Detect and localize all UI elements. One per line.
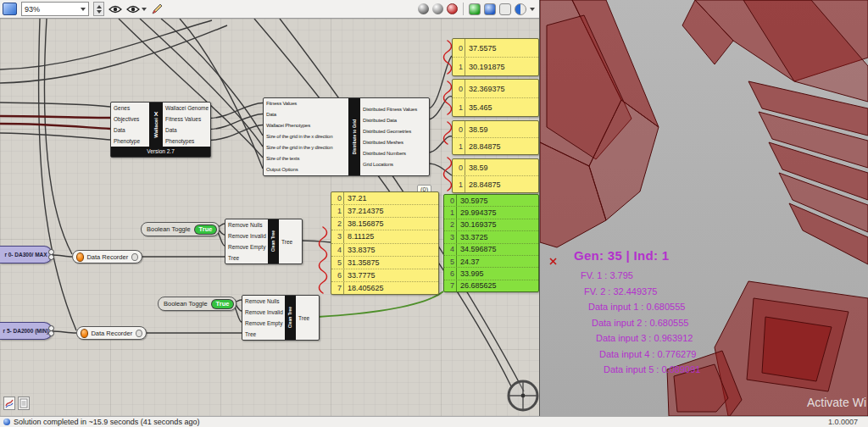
output-param: Tree bbox=[279, 236, 300, 247]
slider-capsule[interactable]: r 0- DA300/ MAX bbox=[0, 246, 53, 263]
input-param: Objectives bbox=[111, 114, 149, 125]
distribute-title-bar: Distribute to Grid bbox=[348, 98, 360, 175]
clean-tree-title: Clean Tree bbox=[288, 307, 292, 328]
distribute-title: Distribute to Grid bbox=[353, 119, 357, 154]
row-index: 2 bbox=[331, 218, 344, 230]
row-index: 5 bbox=[444, 256, 457, 267]
eye-icon bbox=[126, 5, 140, 14]
output-param: Phenotypes bbox=[163, 136, 209, 147]
row-value: 28.84875 bbox=[465, 138, 501, 154]
panel-green-data[interactable]: 030.5975129.994375230.169375333.3725434.… bbox=[443, 194, 539, 292]
panel-row: 718.405625 bbox=[331, 281, 438, 294]
output-socket[interactable] bbox=[48, 330, 54, 336]
row-value: 31.35875 bbox=[344, 257, 380, 269]
input-param: Size of the texts bbox=[264, 153, 348, 164]
panel-recorded-data[interactable]: 037.21137.214375238.15687538.11125433.83… bbox=[331, 191, 439, 295]
output-socket[interactable] bbox=[131, 253, 138, 261]
panel-fitness-2[interactable]: 032.369375135.465 bbox=[452, 79, 539, 117]
row-index: 1 bbox=[453, 98, 465, 116]
rhino-viewport[interactable]: Gen: 35 | Ind: 1 FV. 1 : 3.795FV. 2 : 32… bbox=[540, 0, 868, 416]
row-value: 24.37 bbox=[457, 256, 480, 267]
toolbar-display-group bbox=[418, 3, 540, 15]
display-blue-icon[interactable] bbox=[484, 3, 496, 15]
row-index: 6 bbox=[331, 269, 344, 281]
row-index: 5 bbox=[331, 257, 344, 269]
sketch-pencil-icon[interactable] bbox=[151, 3, 163, 16]
output-socket[interactable] bbox=[136, 330, 142, 337]
row-value: 26.685625 bbox=[457, 280, 497, 291]
wallacei-component[interactable]: GenesObjectivesDataPhenotype X Wallacei … bbox=[110, 102, 211, 158]
status-info-icon bbox=[3, 419, 10, 425]
preview-off-icon[interactable] bbox=[418, 3, 429, 14]
output-socket[interactable] bbox=[48, 254, 54, 260]
row-value: 35.465 bbox=[465, 98, 492, 116]
row-index: 1 bbox=[331, 205, 344, 217]
compass-widget[interactable] bbox=[505, 378, 540, 413]
output-param: Distributed Data bbox=[360, 115, 427, 126]
input-param: Tree bbox=[242, 329, 285, 340]
grasshopper-canvas[interactable]: GenesObjectivesDataPhenotype X Wallacei … bbox=[0, 19, 540, 416]
panel-row: 633.7775 bbox=[331, 269, 438, 281]
selection-marker-icon bbox=[550, 258, 556, 264]
panel-fitness-1[interactable]: 037.5575130.191875 bbox=[452, 38, 539, 76]
panel-row: 333.3725 bbox=[444, 230, 538, 242]
panel-row: 238.156875 bbox=[331, 217, 438, 230]
row-index: 0 bbox=[331, 192, 344, 204]
data-recorder[interactable]: Data Recorder bbox=[72, 250, 142, 263]
boolean-toggle[interactable]: Boolean Toggle True bbox=[141, 222, 220, 236]
chevron-down-icon[interactable] bbox=[530, 8, 535, 11]
boolean-toggle[interactable]: Boolean Toggle True bbox=[158, 297, 236, 311]
row-value: 37.5575 bbox=[465, 39, 497, 57]
display-flat-icon[interactable] bbox=[499, 3, 511, 15]
record-indicator-icon[interactable] bbox=[76, 252, 84, 262]
distribute-to-grid-component[interactable]: Fitness ValuesDataWallacei PhenotypesSiz… bbox=[263, 97, 430, 176]
row-value: 33.7775 bbox=[344, 269, 376, 281]
clean-tree-component[interactable]: Remove NullsRemove InvalidRemove EmptyTr… bbox=[225, 219, 303, 264]
data-recorder[interactable]: Data Recorder bbox=[76, 326, 147, 340]
row-value: 33.8375 bbox=[344, 244, 376, 256]
row-index: 0 bbox=[444, 195, 457, 206]
input-param: Size of the grid in the y direction bbox=[264, 142, 348, 153]
wallacei-version: Version 2.7 bbox=[111, 147, 210, 157]
output-param: Distributed Meshes bbox=[360, 137, 427, 148]
boolean-toggle-switch[interactable]: True bbox=[211, 299, 235, 309]
row-index: 6 bbox=[444, 268, 457, 279]
clean-tree-title-bar: Clean Tree bbox=[285, 296, 296, 340]
preview-wireframe-icon[interactable] bbox=[432, 3, 443, 14]
row-value: 38.59 bbox=[465, 159, 488, 175]
clean-tree-title: Clean Tree bbox=[271, 230, 275, 252]
row-index: 1 bbox=[453, 176, 465, 192]
output-param: Fitness Values bbox=[163, 114, 209, 125]
boolean-toggle-switch[interactable]: True bbox=[194, 225, 218, 235]
sketch-tool-icon[interactable] bbox=[3, 396, 15, 410]
input-param: Remove Empty bbox=[242, 318, 285, 329]
stat-lines: FV. 1 : 3.795FV. 2 : 32.449375Data input… bbox=[574, 268, 700, 378]
preview-eye-menu-icon[interactable] bbox=[126, 3, 147, 16]
row-value: 33.3725 bbox=[457, 231, 488, 242]
zoom-select[interactable]: 93% bbox=[21, 2, 89, 16]
panel-fitness-3[interactable]: 038.59128.84875 bbox=[452, 120, 539, 155]
slider-capsule[interactable]: r 5- DA2000 (MIN) bbox=[0, 322, 53, 340]
panel-fitness-4[interactable]: 038.59128.84875 bbox=[452, 158, 539, 193]
preview-quality-icon[interactable] bbox=[515, 3, 526, 15]
panel-row: 230.169375 bbox=[444, 219, 538, 230]
app-icon[interactable] bbox=[3, 3, 17, 15]
panel-row: 038.59 bbox=[453, 121, 538, 137]
display-green-icon[interactable] bbox=[469, 3, 481, 15]
output-param: Distributed Geometries bbox=[360, 126, 427, 137]
canvas-toolbar: 93% bbox=[0, 0, 540, 19]
zoom-spinner[interactable] bbox=[93, 2, 104, 16]
preview-eye-icon[interactable] bbox=[108, 3, 122, 16]
boolean-toggle-label: Boolean Toggle bbox=[164, 300, 208, 308]
stat-line: Data input 3 : 0.963912 bbox=[596, 330, 700, 347]
preview-shaded-icon[interactable] bbox=[447, 3, 458, 14]
notes-icon[interactable] bbox=[18, 396, 30, 410]
panel-row: 037.5575 bbox=[453, 39, 538, 57]
spin-up-icon bbox=[97, 5, 102, 8]
stat-line: Data input 5 : 0.089091 bbox=[604, 362, 700, 378]
eye-icon bbox=[108, 5, 122, 14]
row-index: 1 bbox=[453, 138, 465, 154]
stat-line: FV. 1 : 3.795 bbox=[581, 268, 700, 284]
clean-tree-component[interactable]: Remove NullsRemove InvalidRemove EmptyTr… bbox=[242, 295, 320, 341]
record-indicator-icon[interactable] bbox=[81, 329, 88, 338]
